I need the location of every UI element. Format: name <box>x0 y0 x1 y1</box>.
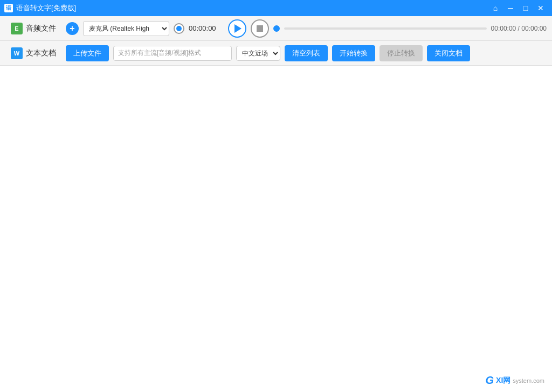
window-controls: ⌂ ─ □ ✕ <box>488 2 548 14</box>
close-doc-button[interactable]: 关闭文档 <box>427 45 470 61</box>
watermark-xi: XI网 <box>496 376 510 386</box>
audio-toolbar: E 音频文件 + 麦克风 (Realtek High 00:00:00 00:0… <box>0 16 552 41</box>
stop-icon <box>257 25 263 32</box>
start-convert-button[interactable]: 开始转换 <box>332 45 375 61</box>
record-indicator <box>174 23 184 34</box>
stop-button[interactable] <box>251 19 269 38</box>
doc-tab-label: 文本文档 <box>26 48 56 58</box>
total-time: 00:00:00 / 00:00:00 <box>491 25 547 32</box>
stop-convert-button: 停止转换 <box>380 45 423 61</box>
maximize-button[interactable]: □ <box>519 2 533 14</box>
app-body: E 音频文件 + 麦克风 (Realtek High 00:00:00 00:0… <box>0 16 552 392</box>
progress-dot <box>273 25 280 32</box>
audio-tab-icon: E <box>11 23 23 34</box>
current-time: 00:00:00 <box>189 24 224 32</box>
file-placeholder-text: 支持所有主流[音频/视频]格式 <box>118 48 201 58</box>
watermark-g: G <box>486 374 494 387</box>
main-content-area: G XI网 system.com <box>0 66 552 392</box>
doc-tab-icon: W <box>11 47 23 59</box>
progress-track[interactable] <box>284 27 487 30</box>
add-audio-button[interactable]: + <box>66 22 79 35</box>
close-button[interactable]: ✕ <box>534 2 548 14</box>
app-title: 语音转文字[免费版] <box>16 3 488 13</box>
minimize-button[interactable]: ─ <box>503 2 518 14</box>
audio-file-tab[interactable]: E 音频文件 <box>5 20 61 37</box>
document-tab[interactable]: W 文本文档 <box>5 45 61 61</box>
play-button[interactable] <box>228 19 246 38</box>
clear-list-button[interactable]: 清空列表 <box>285 45 328 61</box>
file-input-display[interactable]: 支持所有主流[音频/视频]格式 <box>113 46 232 61</box>
audio-tab-label: 音频文件 <box>26 24 56 33</box>
upload-file-button[interactable]: 上传文件 <box>66 45 109 61</box>
play-icon <box>234 24 242 33</box>
microphone-select[interactable]: 麦克风 (Realtek High <box>83 21 169 36</box>
home-button[interactable]: ⌂ <box>488 2 502 14</box>
record-dot-inner <box>176 26 182 31</box>
titlebar: 语 语音转文字[免费版] ⌂ ─ □ ✕ <box>0 0 552 16</box>
watermark: G XI网 system.com <box>486 374 544 387</box>
app-icon: 语 <box>4 4 13 12</box>
upload-toolbar: W 文本文档 上传文件 支持所有主流[音频/视频]格式 中文近场 清空列表 开始… <box>0 41 552 66</box>
language-select[interactable]: 中文近场 <box>236 46 280 61</box>
watermark-domain: system.com <box>513 377 544 384</box>
